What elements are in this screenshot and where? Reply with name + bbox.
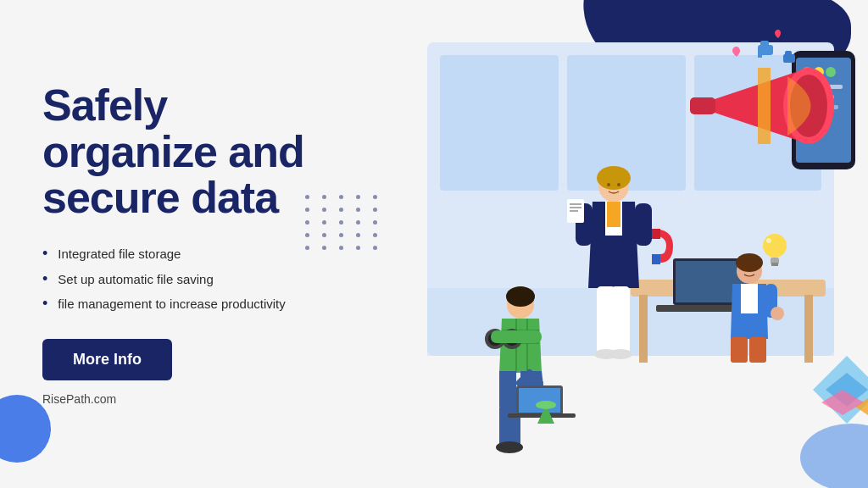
feature-item-1: Integrated file storage xyxy=(42,245,331,263)
domain-label: RisePath.com xyxy=(42,392,331,406)
svg-rect-23 xyxy=(760,41,769,47)
svg-point-83 xyxy=(800,424,868,488)
svg-rect-5 xyxy=(639,295,648,363)
svg-rect-32 xyxy=(611,286,630,354)
svg-rect-42 xyxy=(652,254,660,264)
svg-point-14 xyxy=(826,67,836,77)
svg-rect-73 xyxy=(771,263,778,266)
svg-point-76 xyxy=(771,307,784,320)
feature-item-3-text: file management to increase productivity xyxy=(58,295,285,313)
svg-rect-21 xyxy=(758,68,771,144)
left-content-panel: Safely organize and secure data Integrat… xyxy=(0,48,356,440)
feature-list: Integrated file storage Set up automatic… xyxy=(42,245,331,313)
svg-point-52 xyxy=(496,441,523,453)
svg-rect-40 xyxy=(635,203,652,246)
svg-rect-41 xyxy=(652,229,660,239)
svg-point-28 xyxy=(597,166,631,190)
svg-rect-30 xyxy=(607,202,620,227)
svg-rect-55 xyxy=(519,388,560,413)
svg-rect-24 xyxy=(758,51,762,58)
svg-rect-39 xyxy=(570,210,578,212)
feature-item-1-text: Integrated file storage xyxy=(58,245,181,263)
svg-point-78 xyxy=(753,268,756,271)
svg-rect-69 xyxy=(731,337,748,363)
svg-point-74 xyxy=(766,238,771,243)
svg-point-67 xyxy=(736,253,763,272)
svg-rect-20 xyxy=(690,97,715,114)
svg-rect-68 xyxy=(741,284,758,313)
svg-point-34 xyxy=(609,349,632,359)
svg-rect-38 xyxy=(570,207,581,208)
svg-point-77 xyxy=(743,268,746,271)
geometric-decoration xyxy=(813,356,868,424)
page-wrapper: Safely organize and secure data Integrat… xyxy=(0,0,868,488)
svg-point-44 xyxy=(617,183,620,186)
svg-point-71 xyxy=(763,234,787,258)
svg-rect-0 xyxy=(440,55,559,191)
svg-rect-37 xyxy=(570,203,581,205)
feature-item-2-text: Set up automatic file saving xyxy=(58,270,213,288)
svg-point-46 xyxy=(506,286,535,307)
svg-rect-26 xyxy=(785,51,792,56)
page-headline: Safely organize and secure data xyxy=(42,82,331,221)
right-illustration xyxy=(342,0,868,488)
svg-point-43 xyxy=(607,183,610,186)
feature-item-2: Set up automatic file saving xyxy=(42,270,331,289)
illustration-svg xyxy=(342,0,868,488)
svg-rect-70 xyxy=(749,337,766,363)
feature-item-3: file management to increase productivity xyxy=(42,295,331,313)
svg-rect-6 xyxy=(804,295,813,363)
svg-point-65 xyxy=(536,401,556,409)
svg-rect-64 xyxy=(491,330,542,343)
more-info-button[interactable]: More Info xyxy=(42,339,172,380)
